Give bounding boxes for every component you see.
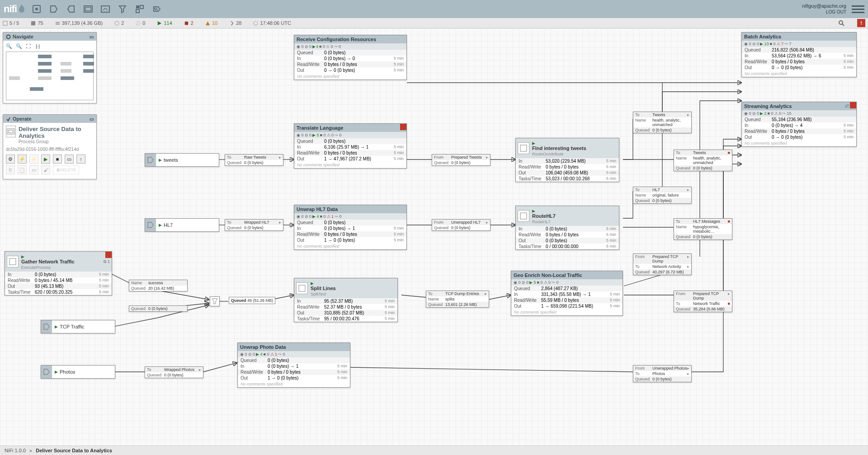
add-processor-icon[interactable] — [28, 2, 45, 16]
connection-raw-tweets[interactable]: ToRaw Tweets▸ Queued0 (0 bytes) — [225, 154, 283, 166]
breadcrumb-root[interactable]: NiFi 1.0.0 — [5, 448, 26, 453]
processor-icon — [518, 142, 529, 154]
breadcrumb: NiFi 1.0.0 » Deliver Source Data to Anal… — [0, 446, 868, 455]
add-funnel-icon[interactable] — [114, 2, 131, 16]
svg-line-17 — [842, 24, 844, 26]
process-group-unwrap-hl7[interactable]: Unwrap HL7 Data ◉ 0 ⊘ 0 ▶ 4 ■ 0 ⚠ 1 ⤳ 0 … — [294, 205, 407, 250]
connection-tcp-dump[interactable]: ToTCP Dump Entries▸ Namesplits Queued13,… — [426, 291, 489, 308]
delete-button[interactable]: 🗑 DELETE — [53, 165, 79, 174]
thread-count: ⧉ 1 — [104, 259, 110, 264]
connection-wrapped-photos[interactable]: ToWrapped Photos▸ Queued0 (0 bytes) — [145, 366, 203, 378]
connection-to-hl7[interactable]: ToHL7▸ Nameoriginal, failure Queued0 (0 … — [633, 187, 692, 204]
bulletin-icon[interactable] — [400, 124, 406, 130]
collapse-icon[interactable]: ▭ — [90, 117, 94, 122]
connection-unwrapped-hl7[interactable]: FromUnwrapped HL7▸ Queued0 (0 bytes) — [432, 219, 491, 231]
upload-icon[interactable]: ↑ — [76, 155, 85, 164]
status-queued: 397,139 (4.36 GB) — [55, 20, 103, 26]
bulletin-icon[interactable] — [105, 252, 112, 258]
logo: nifi — [4, 3, 28, 15]
operate-header: Operate ▭ — [3, 115, 96, 123]
collapse-icon[interactable]: ▭ — [90, 34, 94, 39]
connection-unwrapped-photos[interactable]: FromUnwrapped Photos▸ ToPhotos▸ Queued0 … — [633, 365, 692, 382]
svg-rect-15 — [185, 21, 188, 24]
logout-link[interactable]: LOG OUT — [802, 9, 846, 15]
processor-route-hl7[interactable]: ▶ RouteHL7RouteHL7 In0 (0 bytes)5 min Re… — [515, 206, 619, 250]
status-transmitting: 2 — [114, 20, 124, 26]
zoom-in-icon[interactable]: 🔍 — [6, 43, 12, 50]
connection-prepared-tcp-1[interactable]: FromPrepared TCP Dump▸ ToNetwork Activit… — [633, 253, 692, 275]
search-icon[interactable] — [837, 19, 845, 27]
svg-rect-5 — [136, 5, 139, 9]
navigate-zoom-tools: 🔍 🔍 ⛶ |·| — [6, 43, 94, 50]
svg-rect-9 — [31, 21, 35, 25]
connection-success[interactable]: Namesuccess Queued20 (16.42 MB) — [129, 280, 188, 291]
template-icon[interactable]: ▭ — [65, 155, 74, 164]
enable-icon[interactable]: ⚡ — [18, 155, 27, 164]
svg-rect-39 — [520, 145, 527, 151]
operate-component-type: Process Group — [19, 139, 94, 144]
copy-icon[interactable]: ⎘ — [6, 165, 15, 174]
connection-wrapped-hl7[interactable]: ToWrapped HL7▸ Queued0 (0 bytes) — [225, 219, 283, 231]
port-icon — [41, 320, 52, 333]
input-port-tcp[interactable]: ▶TCP Traffic — [41, 320, 115, 333]
connection-prepared-tcp-2[interactable]: FromPrepared TCP Dump▸ ToNetwork Traffic… — [674, 291, 732, 312]
svg-rect-6 — [140, 5, 143, 9]
add-remote-group-icon[interactable] — [97, 2, 113, 16]
input-port-hl7[interactable]: ▶HL7 — [145, 218, 219, 232]
operate-component-name: Deliver Source Data to Analytics — [19, 126, 94, 139]
pg-status-bar: ◉ 0⊘ 0▶ 4■ 0⚠ 0⤳ 0 — [294, 43, 406, 50]
svg-rect-4 — [101, 6, 109, 12]
connection-hl7-messages[interactable]: ToHL7 Messages■ Namehypoglycemia, metabo… — [674, 218, 732, 240]
process-group-streaming-analytics[interactable]: ⇄ Streaming Analytics ◉ 0 ⊘ 0 ▶ 2 ■ 0 ⚠ … — [741, 102, 857, 147]
process-group-geo-enrich[interactable]: Geo Enrich Non-Local Traffic ◉ 0 ⊘ 0 ▶ 5… — [511, 271, 623, 316]
processor-gather-network[interactable]: ▶ Gather Network TrafficExecuteProcess ⧉… — [5, 251, 112, 296]
connection-to-tweets-2[interactable]: ToTweets■ Namehealth, analytic, unmatche… — [674, 150, 732, 171]
status-stopped: 2 — [184, 20, 193, 26]
connection-to-tweets-1[interactable]: ToTweets▸ Namehealth, analytic, unmatche… — [633, 112, 692, 133]
operate-actions-row2: ⎘ 📋 ▭ 🖌 🗑 DELETE — [6, 165, 94, 174]
add-output-port-icon[interactable] — [63, 2, 79, 16]
bulletin-indicator[interactable]: ! — [857, 19, 865, 27]
stop-icon[interactable]: ■ — [53, 155, 62, 164]
process-group-translate[interactable]: Translate Language ◉ 0 ⊘ 0 ▶ 5 ■ 0 ⚠ 0 ⤳… — [294, 123, 407, 169]
connection-prepared-tweets[interactable]: FromPrepared Tweets▸ Queued0 (0 bytes) — [432, 154, 491, 166]
paste-icon[interactable]: 📋 — [18, 165, 27, 174]
input-port-photos[interactable]: ▶Photos — [41, 365, 115, 379]
connection-queued-0[interactable]: Queued0 (0 bytes) — [129, 305, 188, 312]
svg-rect-40 — [520, 213, 527, 219]
svg-point-12 — [115, 21, 119, 25]
flow-canvas[interactable]: Navigate ▭ 🔍 🔍 ⛶ |·| Operate ▭ — [0, 28, 868, 446]
start-icon[interactable]: ▶ — [41, 155, 50, 164]
process-group-receive-config[interactable]: Receive Configuration Resources ◉ 0⊘ 0▶ … — [294, 35, 407, 80]
svg-line-31 — [488, 295, 511, 300]
processor-split-lines[interactable]: ▶ Split LinesSplitText In95 (52.37 MB)5 … — [294, 278, 398, 322]
status-bar: 5 / 5 75 397,139 (4.36 GB) 2 0 114 2 10 … — [0, 18, 868, 28]
add-process-group-icon[interactable] — [80, 2, 96, 16]
bulletin-icon[interactable] — [850, 102, 856, 108]
svg-point-1 — [35, 8, 38, 10]
color-icon[interactable]: 🖌 — [41, 165, 50, 174]
process-group-unwrap-photo[interactable]: Unwrap Photo Data ◉ 0 ⊘ 0 ▶ 4 ■ 0 ⚠ 1 ⤳ … — [237, 342, 350, 388]
connection-queued-49[interactable]: Queued 49 (51.26 MB) — [229, 297, 275, 304]
zoom-actual-icon[interactable]: |·| — [36, 43, 42, 50]
svg-rect-10 — [56, 22, 60, 23]
zoom-out-icon[interactable]: 🔍 — [16, 43, 22, 50]
funnel[interactable] — [210, 296, 220, 306]
add-label-icon[interactable] — [149, 2, 165, 16]
process-group-batch-analytics[interactable]: Batch Analytics ◉ 0 ⊘ 0 ▶ 13 ■ 0 ⚠ 7 ⤳ 7… — [741, 32, 857, 77]
zoom-fit-icon[interactable]: ⛶ — [26, 43, 32, 50]
global-menu-icon[interactable] — [852, 5, 864, 13]
add-input-port-icon[interactable] — [46, 2, 62, 16]
user-info: nifiguy@apache.org LOG OUT — [802, 3, 849, 15]
port-icon — [145, 154, 156, 166]
status-invalid: 10 — [205, 20, 217, 26]
configure-icon[interactable]: ⚙ — [6, 155, 15, 164]
group-icon[interactable]: ▭ — [29, 165, 38, 174]
processor-find-tweets[interactable]: ▶ Find interesting tweetsRouteOnAttribut… — [515, 138, 619, 182]
navigate-minimap[interactable] — [6, 52, 94, 100]
disable-icon[interactable]: ⚡ — [29, 155, 38, 164]
input-port-tweets[interactable]: ▶tweets — [145, 153, 219, 167]
add-template-icon[interactable] — [132, 2, 148, 16]
navigate-panel: Navigate ▭ 🔍 🔍 ⛶ |·| — [3, 32, 97, 103]
pg-title: Receive Configuration Resources — [294, 35, 406, 43]
